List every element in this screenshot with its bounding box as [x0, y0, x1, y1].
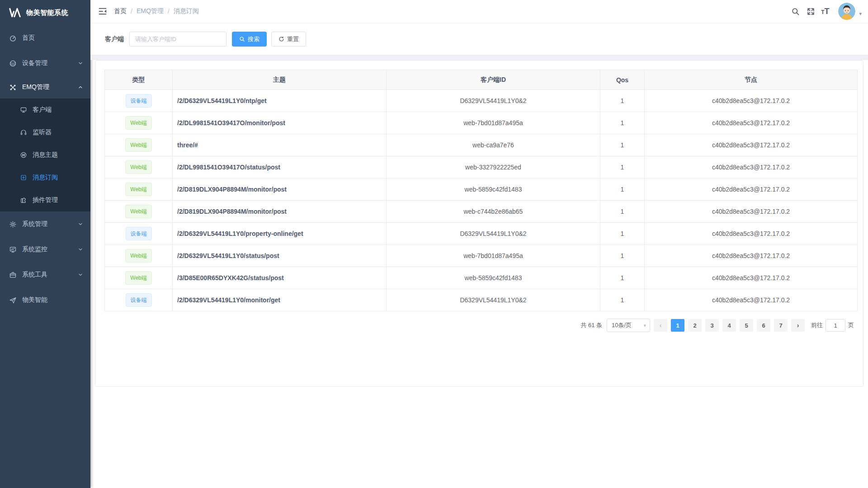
- font-size-icon[interactable]: TT: [818, 7, 832, 16]
- web-tag: Web端: [125, 116, 151, 130]
- sidebar-item-device-manage[interactable]: 设备管理: [0, 51, 90, 76]
- sidebar-item-wumei-smart[interactable]: 物美智能: [0, 287, 90, 313]
- cell-node: c40b2d8ea5c3@172.17.0.2: [645, 289, 858, 311]
- cell-topic: /2/D819DLX904P8894M/monitor/post: [173, 201, 387, 223]
- page-button-5[interactable]: 5: [740, 319, 753, 332]
- search-form: 客户端 搜索 重置: [90, 23, 868, 55]
- sidebar-item-home[interactable]: 首页: [0, 25, 90, 51]
- cell-topic: /2/D6329VL54419L1Y0/status/post: [173, 245, 387, 267]
- breadcrumb-section: EMQ管理: [137, 7, 164, 15]
- subscribe-icon: [20, 174, 27, 181]
- page-size-select[interactable]: 10条/页 ▾: [607, 319, 650, 332]
- page-size-value: 10条/页: [612, 321, 632, 329]
- sidebar-item-label: 消息订阅: [33, 174, 83, 182]
- cell-node: c40b2d8ea5c3@172.17.0.2: [645, 112, 858, 134]
- sidebar-item-emq-listener[interactable]: 监听器: [0, 121, 90, 144]
- plugin-puzzle-icon: [20, 197, 27, 204]
- sidebar-item-emq-manage[interactable]: EMQ管理: [0, 76, 90, 99]
- page-button-2[interactable]: 2: [688, 319, 702, 332]
- sidebar: 物美智能系统 首页 设备管理 EMQ管理: [0, 0, 90, 488]
- cell-client-id: D6329VL54419L1Y0&2: [387, 223, 600, 245]
- sidebar-item-label: 插件管理: [33, 196, 83, 204]
- reset-button-label: 重置: [287, 35, 299, 43]
- cell-qos: 1: [600, 223, 645, 245]
- logo-icon: [8, 6, 22, 19]
- gear-icon: [9, 221, 17, 228]
- goto-page: 前往 页: [811, 319, 854, 332]
- monitor-chart-icon: [9, 246, 17, 253]
- cell-node: c40b2d8ea5c3@172.17.0.2: [645, 201, 858, 223]
- page-button-3[interactable]: 3: [705, 319, 719, 332]
- subscription-table: 类型 主题 客户端ID Qos 节点 设备端/2/D6329VL54419L1Y…: [104, 70, 858, 311]
- cell-topic: three/#: [173, 134, 387, 156]
- client-id-input[interactable]: [129, 32, 226, 47]
- sidebar-item-label: 系统管理: [22, 220, 78, 228]
- sidebar-item-system-monitor[interactable]: 系统监控: [0, 237, 90, 262]
- topic-hash-icon: [20, 151, 27, 159]
- cell-node: c40b2d8ea5c3@172.17.0.2: [645, 156, 858, 178]
- cell-topic: /2/DL9981541O39417O/status/post: [173, 156, 387, 178]
- chevron-down-icon: [78, 221, 83, 227]
- cell-topic: /2/D6329VL54419L1Y0/property-online/get: [173, 223, 387, 245]
- page-button-7[interactable]: 7: [774, 319, 788, 332]
- sidebar-toggle-icon[interactable]: [98, 6, 108, 16]
- cell-client-id: web-5859c42fd1483: [387, 267, 600, 289]
- sidebar-item-system-tools[interactable]: 系统工具: [0, 262, 90, 287]
- cell-client-id: web-7bd01d87a495a: [387, 112, 600, 134]
- caret-down-icon[interactable]: ▾: [859, 11, 862, 17]
- cell-node: c40b2d8ea5c3@172.17.0.2: [645, 90, 858, 112]
- cell-type: 设备端: [105, 223, 173, 245]
- cell-client-id: web-3327922225ed: [387, 156, 600, 178]
- cell-topic: /2/D6329VL54419L1Y0/monitor/get: [173, 289, 387, 311]
- cell-node: c40b2d8ea5c3@172.17.0.2: [645, 223, 858, 245]
- cell-type: 设备端: [105, 289, 173, 311]
- cell-client-id: web-5859c42fd1483: [387, 178, 600, 201]
- next-page-button[interactable]: ›: [791, 319, 805, 332]
- breadcrumb-home[interactable]: 首页: [114, 7, 127, 15]
- cell-qos: 1: [600, 156, 645, 178]
- client-monitor-icon: [20, 106, 27, 113]
- cell-topic: /2/DL9981541O39417O/monitor/post: [173, 112, 387, 134]
- sidebar-item-emq-subscribe[interactable]: 消息订阅: [0, 166, 90, 189]
- cell-client-id: web-ca9a7e76: [387, 134, 600, 156]
- reset-button[interactable]: 重置: [271, 32, 306, 47]
- cell-qos: 1: [600, 201, 645, 223]
- sidebar-item-emq-plugin[interactable]: 插件管理: [0, 189, 90, 211]
- sidebar-item-label: 系统监控: [22, 245, 78, 253]
- cell-node: c40b2d8ea5c3@172.17.0.2: [645, 267, 858, 289]
- web-tag: Web端: [125, 205, 151, 218]
- user-menu[interactable]: ▾: [838, 3, 862, 20]
- device-tag: 设备端: [126, 227, 152, 240]
- goto-page-input[interactable]: [826, 319, 845, 332]
- web-tag: Web端: [125, 138, 151, 152]
- page-button-1[interactable]: 1: [671, 319, 684, 332]
- prev-page-button[interactable]: ‹: [654, 319, 667, 332]
- cell-qos: 1: [600, 178, 645, 201]
- cell-type: Web端: [105, 112, 173, 134]
- goto-label: 前往: [811, 321, 823, 329]
- header-type: 类型: [105, 70, 173, 90]
- client-field-label: 客户端: [105, 35, 124, 43]
- sidebar-item-system-manage[interactable]: 系统管理: [0, 211, 90, 237]
- chevron-down-icon: [78, 61, 83, 66]
- sidebar-item-emq-topic[interactable]: 消息主题: [0, 144, 90, 166]
- briefcase-icon: [9, 271, 17, 279]
- avatar[interactable]: [838, 3, 855, 20]
- device-globe-icon: [9, 60, 17, 67]
- sidebar-item-emq-client[interactable]: 客户端: [0, 99, 90, 121]
- subscription-table-card: 类型 主题 客户端ID Qos 节点 设备端/2/D6329VL54419L1Y…: [95, 60, 863, 387]
- paper-plane-icon: [9, 296, 17, 304]
- chevron-up-icon: [78, 84, 83, 90]
- page-button-4[interactable]: 4: [722, 319, 736, 332]
- cell-client-id: web-7bd01d87a495a: [387, 245, 600, 267]
- page-button-6[interactable]: 6: [757, 319, 770, 332]
- search-icon[interactable]: [788, 4, 803, 19]
- dashboard-icon: [9, 34, 17, 42]
- sidebar-item-label: 首页: [22, 34, 83, 42]
- cell-qos: 1: [600, 289, 645, 311]
- total-count-label: 共 61 条: [580, 321, 602, 329]
- cell-node: c40b2d8ea5c3@172.17.0.2: [645, 134, 858, 156]
- search-button[interactable]: 搜索: [232, 32, 267, 47]
- main-area: 首页 / EMQ管理 / 消息订阅 TT: [90, 0, 868, 488]
- fullscreen-icon[interactable]: [803, 4, 818, 19]
